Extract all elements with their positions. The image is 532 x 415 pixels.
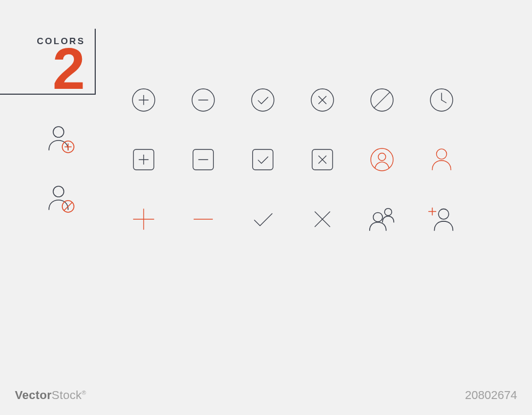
check-icon xyxy=(233,189,293,249)
user-icon xyxy=(412,130,471,189)
minus-icon xyxy=(173,189,233,249)
svg-line-17 xyxy=(374,92,390,108)
x-icon xyxy=(293,189,352,249)
icon-grid xyxy=(114,70,471,249)
watermark-id: 20802674 xyxy=(465,388,517,402)
plus-icon xyxy=(114,189,173,249)
svg-point-12 xyxy=(252,89,274,111)
users-group-icon xyxy=(352,189,412,249)
user-block-icon xyxy=(44,182,86,225)
svg-point-30 xyxy=(371,148,393,171)
circle-slash-icon xyxy=(352,70,412,130)
badge-count: 2 xyxy=(10,46,85,92)
circle-plus-icon xyxy=(114,70,173,130)
svg-line-20 xyxy=(442,100,446,103)
square-plus-icon xyxy=(114,130,173,189)
watermark-brand: VectorStock® xyxy=(15,388,86,402)
circle-check-icon xyxy=(233,70,293,130)
circle-minus-icon xyxy=(173,70,233,130)
circle-x-icon xyxy=(293,70,352,130)
svg-point-0 xyxy=(53,127,64,137)
watermark-brand-suffix: Stock xyxy=(52,388,82,402)
square-check-icon xyxy=(233,130,293,189)
svg-rect-26 xyxy=(253,150,273,170)
svg-point-40 xyxy=(438,209,448,219)
svg-point-32 xyxy=(436,149,446,159)
svg-point-31 xyxy=(378,153,386,161)
user-circle-icon xyxy=(352,130,412,189)
user-add-icon xyxy=(412,189,471,249)
clock-icon xyxy=(412,70,471,130)
colors-badge: COLORS 2 xyxy=(0,29,96,95)
svg-point-38 xyxy=(385,209,392,216)
square-x-icon xyxy=(293,130,352,189)
svg-point-39 xyxy=(373,212,383,221)
svg-point-4 xyxy=(53,186,64,197)
watermark-brand-prefix: Vector xyxy=(15,388,52,402)
user-plus-circle-icon xyxy=(44,122,86,165)
square-minus-icon xyxy=(173,130,233,189)
